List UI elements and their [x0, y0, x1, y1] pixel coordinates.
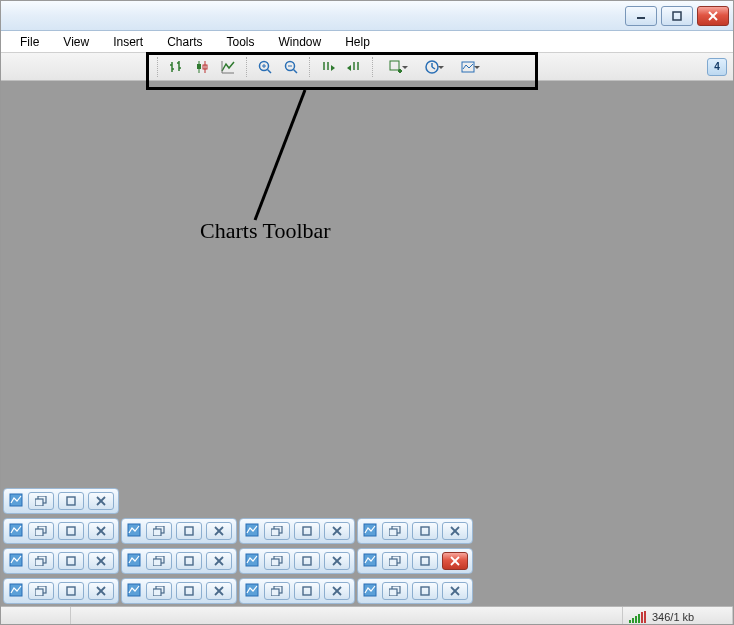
minimized-chart-window[interactable]	[121, 518, 237, 544]
minimized-chart-window[interactable]	[239, 578, 355, 604]
toolbar-separator	[157, 57, 158, 77]
chart-maximize-button[interactable]	[294, 582, 320, 600]
line-chart-button[interactable]	[216, 56, 240, 78]
chart-maximize-button[interactable]	[294, 552, 320, 570]
chart-maximize-button[interactable]	[294, 522, 320, 540]
minimized-chart-window[interactable]	[357, 548, 473, 574]
window-minimize-button[interactable]	[625, 6, 657, 26]
chart-shift-button[interactable]	[342, 56, 366, 78]
minimized-chart-window[interactable]	[121, 548, 237, 574]
candlestick-button[interactable]	[190, 56, 214, 78]
chart-restore-button[interactable]	[28, 522, 54, 540]
charts-toolbar: 4	[1, 53, 733, 81]
chart-restore-button[interactable]	[382, 582, 408, 600]
chart-restore-button[interactable]	[264, 582, 290, 600]
minimized-chart-window[interactable]	[3, 488, 119, 514]
auto-scroll-button[interactable]	[316, 56, 340, 78]
svg-marker-28	[347, 65, 351, 71]
chart-close-button[interactable]	[88, 522, 114, 540]
chart-restore-button[interactable]	[146, 552, 172, 570]
toolbar-separator	[372, 57, 373, 77]
chart-maximize-button[interactable]	[176, 522, 202, 540]
indicators-button[interactable]	[379, 56, 413, 78]
minimized-chart-window[interactable]	[3, 518, 119, 544]
chart-restore-button[interactable]	[264, 522, 290, 540]
chart-close-button[interactable]	[324, 582, 350, 600]
zoom-out-button[interactable]	[279, 56, 303, 78]
window-close-button[interactable]	[697, 6, 729, 26]
templates-button[interactable]	[451, 56, 485, 78]
chart-maximize-button[interactable]	[58, 552, 84, 570]
chart-icon	[8, 492, 24, 508]
minimized-chart-window[interactable]	[357, 518, 473, 544]
chart-restore-button[interactable]	[28, 582, 54, 600]
chart-close-button[interactable]	[442, 582, 468, 600]
minimized-chart-window[interactable]	[357, 578, 473, 604]
menu-charts[interactable]: Charts	[156, 33, 213, 51]
mdi-workspace	[1, 81, 733, 606]
svg-rect-75	[153, 559, 161, 566]
window-maximize-button[interactable]	[661, 6, 693, 26]
menu-view[interactable]: View	[52, 33, 100, 51]
chart-maximize-button[interactable]	[58, 582, 84, 600]
chart-maximize-button[interactable]	[176, 552, 202, 570]
chart-close-button[interactable]	[324, 522, 350, 540]
chart-maximize-button[interactable]	[412, 552, 438, 570]
minimized-chart-window[interactable]	[239, 548, 355, 574]
svg-rect-88	[421, 557, 429, 565]
chart-maximize-button[interactable]	[58, 522, 84, 540]
chart-restore-button[interactable]	[28, 492, 54, 510]
chart-icon	[126, 522, 142, 538]
chart-restore-button[interactable]	[28, 552, 54, 570]
chart-close-button[interactable]	[324, 552, 350, 570]
chart-close-button[interactable]	[442, 552, 468, 570]
chart-restore-button[interactable]	[382, 552, 408, 570]
minimized-chart-window[interactable]	[3, 548, 119, 574]
chart-restore-button[interactable]	[382, 522, 408, 540]
menu-insert[interactable]: Insert	[102, 33, 154, 51]
svg-rect-99	[153, 589, 161, 596]
chart-close-button[interactable]	[206, 522, 232, 540]
minimized-chart-window[interactable]	[239, 518, 355, 544]
chart-restore-button[interactable]	[146, 522, 172, 540]
minimized-chart-window[interactable]	[3, 578, 119, 604]
svg-rect-29	[390, 61, 399, 70]
bar-chart-button[interactable]	[164, 56, 188, 78]
svg-rect-11	[197, 64, 201, 69]
svg-rect-111	[389, 589, 397, 596]
chart-close-button[interactable]	[206, 552, 232, 570]
chart-icon	[126, 552, 142, 568]
periods-button[interactable]	[415, 56, 449, 78]
menu-window[interactable]: Window	[268, 33, 333, 51]
svg-rect-52	[185, 527, 193, 535]
menu-bar: File View Insert Charts Tools Window Hel…	[1, 31, 733, 53]
menu-help[interactable]: Help	[334, 33, 381, 51]
expert-advisor-badge[interactable]: 4	[707, 58, 727, 76]
chart-maximize-button[interactable]	[412, 522, 438, 540]
zoom-in-button[interactable]	[253, 56, 277, 78]
svg-rect-70	[67, 557, 75, 565]
chart-close-button[interactable]	[88, 552, 114, 570]
chart-close-button[interactable]	[88, 582, 114, 600]
menu-tools[interactable]: Tools	[216, 33, 266, 51]
chart-icon	[244, 552, 260, 568]
svg-line-21	[294, 69, 298, 73]
svg-rect-105	[271, 589, 279, 596]
svg-rect-76	[185, 557, 193, 565]
chart-maximize-button[interactable]	[58, 492, 84, 510]
connection-status[interactable]: 346/1 kb	[623, 607, 733, 625]
svg-rect-58	[303, 527, 311, 535]
chart-close-button[interactable]	[442, 522, 468, 540]
svg-rect-39	[35, 499, 43, 506]
window-titlebar	[1, 1, 733, 31]
chart-maximize-button[interactable]	[412, 582, 438, 600]
menu-file[interactable]: File	[9, 33, 50, 51]
chart-restore-button[interactable]	[264, 552, 290, 570]
chart-close-button[interactable]	[88, 492, 114, 510]
svg-rect-93	[35, 589, 43, 596]
chart-close-button[interactable]	[206, 582, 232, 600]
svg-rect-40	[67, 497, 75, 505]
chart-restore-button[interactable]	[146, 582, 172, 600]
chart-maximize-button[interactable]	[176, 582, 202, 600]
minimized-chart-window[interactable]	[121, 578, 237, 604]
